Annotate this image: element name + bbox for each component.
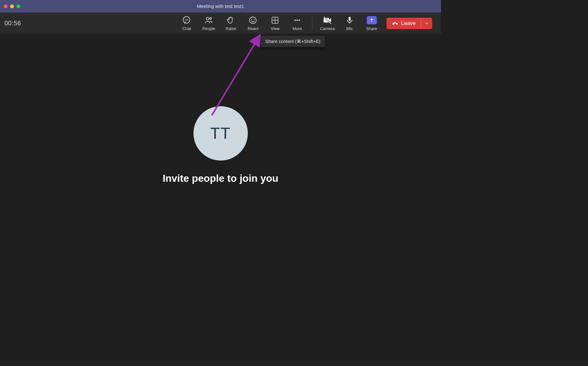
view-label: View bbox=[271, 26, 279, 31]
people-icon bbox=[204, 15, 213, 25]
svg-point-5 bbox=[254, 19, 254, 20]
share-tooltip: Share content (⌘+Shift+E) bbox=[261, 36, 325, 47]
svg-point-3 bbox=[250, 17, 256, 24]
svg-point-11 bbox=[299, 20, 300, 21]
share-label: Share bbox=[366, 26, 377, 31]
raise-hand-label: Raise bbox=[226, 26, 236, 31]
view-icon bbox=[271, 15, 279, 25]
react-label: React bbox=[248, 26, 258, 31]
svg-point-2 bbox=[210, 17, 211, 19]
window-controls bbox=[0, 4, 20, 8]
leave-button[interactable]: Leave bbox=[387, 18, 432, 29]
toolbar-divider bbox=[312, 17, 312, 30]
meeting-toolbar: 00:56 Chat People bbox=[0, 13, 441, 34]
mic-icon bbox=[346, 15, 354, 25]
call-timer: 00:56 bbox=[4, 20, 30, 27]
chat-icon bbox=[182, 15, 191, 25]
svg-point-4 bbox=[252, 19, 252, 20]
mic-label: Mic bbox=[346, 26, 353, 31]
svg-point-9 bbox=[295, 20, 296, 21]
mic-button[interactable]: Mic bbox=[342, 15, 357, 31]
window-title: Meeting with test test1 bbox=[197, 3, 244, 9]
leave-dropdown[interactable] bbox=[421, 18, 432, 29]
camera-label: Camera bbox=[320, 26, 334, 31]
chevron-down-icon bbox=[425, 21, 429, 26]
view-button[interactable]: View bbox=[268, 15, 282, 31]
participant-avatar: TT bbox=[193, 106, 248, 161]
share-icon bbox=[367, 15, 377, 25]
raise-hand-icon bbox=[226, 15, 235, 25]
leave-main[interactable]: Leave bbox=[387, 18, 421, 29]
titlebar: Meeting with test test1 bbox=[0, 0, 441, 13]
hangup-icon bbox=[392, 20, 399, 27]
react-button[interactable]: React bbox=[246, 15, 260, 31]
chat-label: Chat bbox=[182, 26, 191, 31]
chat-button[interactable]: Chat bbox=[179, 15, 194, 31]
people-label: People bbox=[202, 26, 215, 31]
raise-hand-button[interactable]: Raise bbox=[224, 15, 238, 31]
minimize-window-button[interactable] bbox=[10, 4, 14, 8]
meeting-stage: TT Invite people to join you bbox=[0, 34, 441, 275]
camera-button[interactable]: Camera bbox=[320, 15, 334, 31]
svg-rect-14 bbox=[348, 17, 351, 21]
invite-prompt: Invite people to join you bbox=[162, 173, 278, 184]
leave-label: Leave bbox=[401, 20, 416, 27]
maximize-window-button[interactable] bbox=[16, 4, 20, 8]
camera-off-icon bbox=[323, 15, 332, 25]
more-label: More bbox=[293, 26, 302, 31]
more-button[interactable]: More bbox=[290, 15, 304, 31]
react-icon bbox=[248, 15, 257, 25]
close-window-button[interactable] bbox=[4, 4, 8, 8]
share-button[interactable]: Share bbox=[364, 15, 379, 31]
svg-point-1 bbox=[206, 17, 209, 20]
more-icon bbox=[293, 15, 301, 25]
people-button[interactable]: People bbox=[201, 15, 216, 31]
svg-point-10 bbox=[297, 20, 298, 21]
